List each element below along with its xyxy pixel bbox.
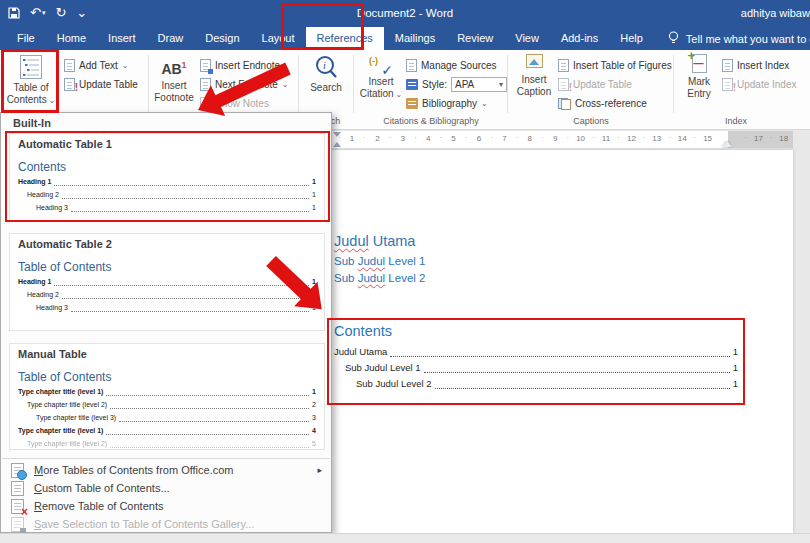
insert-table-of-figures-button[interactable]: Insert Table of Figures (558, 58, 672, 73)
chevron-down-icon: ⌄ (481, 99, 488, 108)
manage-sources-button[interactable]: Manage Sources (406, 58, 497, 73)
ribbon-tab[interactable]: References (306, 27, 384, 50)
show-notes-button[interactable]: Show Notes (200, 96, 269, 111)
ribbon-tab[interactable]: Review (446, 27, 504, 50)
bibliography-button[interactable]: Bibliography⌄ (406, 96, 488, 111)
dropdown-menu: More Tables of Contents from Office.com … (2, 461, 330, 533)
ribbon-tab[interactable]: Add-ins (550, 27, 609, 50)
update-index-icon (722, 78, 733, 91)
user-name[interactable]: adhitya wibawa (741, 0, 810, 27)
gallery-item-automatic-table-1[interactable]: Automatic Table 1 Contents Heading 11Hea… (9, 133, 325, 222)
submenu-arrow-icon: ▸ (317, 465, 322, 475)
dot-leader (110, 408, 309, 409)
dot-leader (54, 185, 309, 186)
insert-citation-button[interactable]: Insert Citation⌄ (358, 54, 404, 101)
cross-reference-button[interactable]: Cross-reference (558, 96, 647, 111)
update-table-icon (64, 78, 75, 91)
menu-item[interactable]: Custom Table of Contents... ▸ (2, 479, 330, 497)
first-line-indent-marker[interactable] (333, 132, 341, 137)
title-bar: ↶▾ ↻ ⌄ Document2 - Word adhitya wibawa (0, 0, 810, 27)
mark-entry-icon (692, 54, 707, 73)
dot-leader (71, 311, 309, 312)
menu-separator (2, 458, 330, 459)
preview-toc-entry: Type chapter title (level 1)1 (18, 385, 316, 398)
tell-me-box[interactable]: Tell me what you want to do (668, 27, 810, 50)
insert-index-button[interactable]: Insert Index (722, 58, 789, 73)
bibliography-icon (406, 98, 418, 109)
insert-index-icon (722, 59, 733, 72)
style-icon (406, 79, 418, 90)
search-button[interactable]: i Search (302, 54, 350, 94)
save-gallery-icon (11, 517, 24, 532)
cross-reference-icon (558, 98, 571, 110)
show-notes-icon (200, 97, 211, 110)
dropdown-header: Built-In (1, 113, 331, 129)
ribbon-tab[interactable]: Draw (147, 27, 195, 50)
search-icon: i (313, 54, 339, 82)
toc-title: Contents (334, 321, 738, 341)
menu-item[interactable]: Remove Table of Contents ▸ (2, 497, 330, 515)
ribbon-tab[interactable]: Layout (251, 27, 306, 50)
spellcheck-underline: Judul (358, 272, 386, 284)
style-row: Style: APA▾ (406, 77, 507, 92)
hanging-indent-marker[interactable] (333, 142, 341, 147)
ribbon-tab-row: FileHomeInsertDrawDesignLayoutReferences… (0, 27, 810, 50)
group-label-index: Index (676, 116, 796, 126)
dot-leader (106, 434, 309, 435)
document-toc[interactable]: Contents Judul Utama1Sub Judul Level 11S… (334, 321, 738, 392)
document-heading[interactable]: Judul Utama (334, 230, 634, 253)
insert-footnote-button[interactable]: AB1 Insert Footnote (150, 54, 198, 104)
add-text-button[interactable]: Add Text⌄ (64, 58, 128, 73)
dot-leader (71, 211, 309, 212)
table-of-contents-icon (19, 54, 43, 82)
word-window: ↶▾ ↻ ⌄ Document2 - Word adhitya wibawa F… (0, 0, 810, 543)
style-select[interactable]: APA▾ (451, 77, 507, 92)
toc-entry[interactable]: Judul Utama1 (334, 344, 738, 360)
document-headings: Judul UtamaSub Judul Level 1Sub Judul Le… (334, 230, 634, 287)
insert-endnote-button[interactable]: Insert Endnote (200, 58, 280, 73)
custom-toc-icon (11, 481, 24, 496)
ribbon-tab[interactable]: Insert (97, 27, 147, 50)
insert-caption-button[interactable]: Insert Caption (512, 54, 556, 98)
gallery-item-manual-table[interactable]: Manual Table Table of Contents Type chap… (9, 343, 325, 450)
ribbon-tab[interactable]: File (6, 27, 46, 50)
ribbon-tab[interactable]: Help (609, 27, 654, 50)
ribbon-tab[interactable]: Design (194, 27, 250, 50)
right-indent-marker[interactable] (722, 141, 732, 147)
ribbon-tab[interactable]: Mailings (384, 27, 446, 50)
chevron-down-icon: ⌄ (282, 80, 289, 89)
mark-entry-button[interactable]: Mark Entry (680, 54, 718, 100)
dot-leader (424, 372, 730, 373)
ribbon-tab[interactable]: View (504, 27, 550, 50)
bottom-strip (0, 533, 810, 543)
preview-toc-entry: Type chapter title (level 3)3 (18, 411, 316, 424)
update-index-button[interactable]: Update Index (722, 77, 797, 92)
gallery-item-automatic-table-2[interactable]: Automatic Table 2 Table of Contents Head… (9, 233, 325, 331)
menu-item[interactable]: Save Selection to Table of Contents Gall… (2, 515, 330, 533)
table-of-contents-button[interactable]: Table of Contents⌄ (4, 54, 58, 107)
office-com-icon (11, 463, 24, 478)
menu-item[interactable]: More Tables of Contents from Office.com … (2, 461, 330, 479)
document-heading[interactable]: Sub Judul Level 2 (334, 270, 634, 287)
update-table-captions-button[interactable]: Update Table (558, 77, 632, 92)
svg-text:i: i (323, 60, 326, 71)
preview-toc-entry: Type chapter title (level 1)4 (18, 424, 316, 437)
toc-entry[interactable]: Sub Judul Level 11 (334, 360, 738, 376)
ruler[interactable]: ·1·2·3·4·5·6·7·8·9·10·11·12·13·14·15·17·… (332, 131, 793, 148)
preview-toc-entry: Type chapter title (level 2)2 (18, 398, 316, 411)
preview-toc-entry: Type chapter title (level 2)5 (18, 437, 316, 450)
ribbon-tab[interactable]: Home (46, 27, 97, 50)
toc-entry[interactable]: Sub Judul Level 21 (334, 376, 738, 392)
chevron-down-icon: ⌄ (396, 90, 403, 99)
next-footnote-button[interactable]: Next Footnote⌄ (200, 77, 289, 92)
preview-toc-entry: Heading 31 (18, 201, 316, 214)
document-heading[interactable]: Sub Judul Level 1 (334, 253, 634, 270)
update-table-button[interactable]: Update Table (64, 77, 138, 92)
next-footnote-icon (200, 78, 211, 91)
update-table-icon (558, 78, 569, 91)
spellcheck-underline: Judul (334, 233, 369, 249)
add-text-icon (64, 59, 75, 72)
dot-leader (119, 421, 309, 422)
dot-leader (62, 198, 309, 199)
dot-leader (390, 356, 729, 357)
